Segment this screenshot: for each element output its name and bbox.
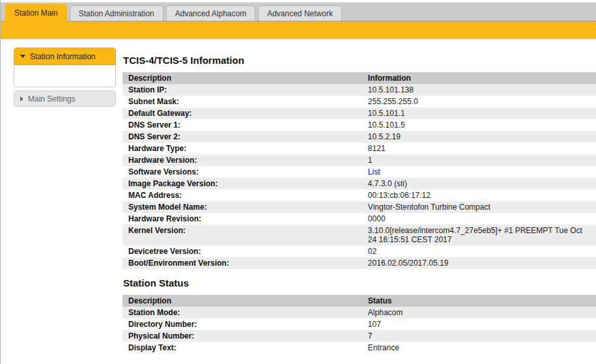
sidebar: Station InformationMain Settings <box>14 48 116 107</box>
row-label: Software Versions: <box>122 166 362 178</box>
page: Station MainStation AdministrationAdvanc… <box>0 0 596 364</box>
row-value: 10.5.101.138 <box>362 84 596 96</box>
table-row: Hardware Version:1 <box>122 154 596 166</box>
content-area: Station InformationMain Settings TCIS-4/… <box>1 39 596 364</box>
sidebar-item-label: Main Settings <box>28 94 76 104</box>
table-row: Kernel Version:3.10.0[release/intercom4.… <box>122 225 596 245</box>
triangle-down-icon <box>20 55 25 58</box>
row-label: Physical Number: <box>122 330 362 342</box>
table-row: Subnet Mask:255.255.255.0 <box>122 96 596 107</box>
sidebar-item-main-settings[interactable]: Main Settings <box>14 91 116 107</box>
column-header: Status <box>362 295 596 307</box>
table-header-row: DescriptionStatus <box>122 295 596 307</box>
info-table: DescriptionInformationStation IP:10.5.10… <box>122 72 596 269</box>
row-value: 1 <box>362 154 596 166</box>
software-versions-link[interactable]: List <box>368 167 380 176</box>
row-value: Vingtor-Stentofon Turbine Compact <box>362 201 596 213</box>
row-value: 10.5.101.5 <box>362 119 596 131</box>
sidebar-panel <box>14 65 116 87</box>
row-label: Hardware Type: <box>122 143 362 154</box>
tab-advanced-network[interactable]: Advanced Network <box>258 5 342 21</box>
row-label: Kernel Version: <box>122 225 362 245</box>
table-row: Devicetree Version:02 <box>122 245 596 257</box>
row-label: DNS Server 2: <box>122 131 362 143</box>
row-value: 3.10.0[release/intercom4.7_27e5eb5]+ #1 … <box>362 225 596 245</box>
row-value: 107 <box>362 318 596 330</box>
row-value: 00:13:cb:06:17:12 <box>362 189 596 201</box>
row-value: 10.5.101.1 <box>362 107 596 119</box>
info-table: DescriptionStatusStation Mode:AlphacomDi… <box>122 295 596 354</box>
row-value: Entrance <box>362 342 596 354</box>
row-label: Devicetree Version: <box>122 245 362 257</box>
main-content: TCIS-4/TCIS-5 InformationDescriptionInfo… <box>122 39 596 354</box>
row-value: 2016.02.05/2017.05.19 <box>362 257 596 269</box>
table-row: Station Mode:Alphacom <box>122 307 596 318</box>
column-header: Description <box>122 295 362 307</box>
triangle-right-icon <box>20 96 23 102</box>
column-header: Information <box>362 72 596 84</box>
table-row: Directory Number:107 <box>122 318 596 330</box>
table-header-row: DescriptionInformation <box>122 72 596 84</box>
row-label: Hardware Revision: <box>122 213 362 225</box>
table-row: Software Versions:List <box>122 166 596 178</box>
row-label: Boot/Environment Version: <box>122 257 362 269</box>
row-value: Alphacom <box>362 307 596 318</box>
row-label: Display Text: <box>122 342 362 354</box>
row-label: DNS Server 1: <box>122 119 362 131</box>
row-label: Default Gateway: <box>122 107 362 119</box>
row-value: 7 <box>362 330 596 342</box>
row-value: 10.5.2.19 <box>362 131 596 143</box>
row-value: 8121 <box>362 143 596 154</box>
table-row: System Model Name:Vingtor-Stentofon Turb… <box>122 201 596 213</box>
section-station-status: Station StatusDescriptionStatusStation M… <box>122 277 596 354</box>
row-value: 02 <box>362 245 596 257</box>
row-value: 4.7.3.0 (sti) <box>362 178 596 189</box>
table-row: Default Gateway:10.5.101.1 <box>122 107 596 119</box>
table-row: Hardware Revision:0000 <box>122 213 596 225</box>
table-row: Station IP:10.5.101.138 <box>122 84 596 96</box>
sidebar-item-station-information[interactable]: Station Information <box>14 48 116 65</box>
table-row: MAC Address:00:13:cb:06:17:12 <box>122 189 596 201</box>
section-title: Station Status <box>123 277 596 288</box>
table-row: Hardware Type:8121 <box>122 143 596 154</box>
row-value: 0000 <box>362 213 596 225</box>
tab-advanced-alphacom[interactable]: Advanced Alphacom <box>166 5 255 21</box>
row-label: Station IP: <box>122 84 362 96</box>
table-row: Physical Number:7 <box>122 330 596 342</box>
table-row: Display Text:Entrance <box>122 342 596 354</box>
accent-bar <box>1 21 596 39</box>
row-label: Directory Number: <box>122 318 362 330</box>
tab-station-main[interactable]: Station Main <box>5 4 67 21</box>
table-row: Image Package Version:4.7.3.0 (sti) <box>122 178 596 189</box>
section-title: TCIS-4/TCIS-5 Information <box>123 55 596 66</box>
table-row: DNS Server 1:10.5.101.5 <box>122 119 596 131</box>
column-header: Description <box>122 72 362 84</box>
row-label: Image Package Version: <box>122 178 362 189</box>
table-row: Boot/Environment Version:2016.02.05/2017… <box>122 257 596 269</box>
tab-station-administration[interactable]: Station Administration <box>70 5 163 21</box>
row-label: Hardware Version: <box>122 154 362 166</box>
row-label: System Model Name: <box>122 201 362 213</box>
sidebar-item-label: Station Information <box>30 52 96 61</box>
section-tcis-4-tcis-5-information: TCIS-4/TCIS-5 InformationDescriptionInfo… <box>122 55 596 269</box>
row-label: Subnet Mask: <box>122 96 362 107</box>
row-label: MAC Address: <box>122 189 362 201</box>
row-value: List <box>362 166 596 178</box>
table-row: DNS Server 2:10.5.2.19 <box>122 131 596 143</box>
tab-bar: Station MainStation AdministrationAdvanc… <box>1 2 596 21</box>
row-value: 255.255.255.0 <box>362 96 596 107</box>
row-label: Station Mode: <box>122 307 362 318</box>
